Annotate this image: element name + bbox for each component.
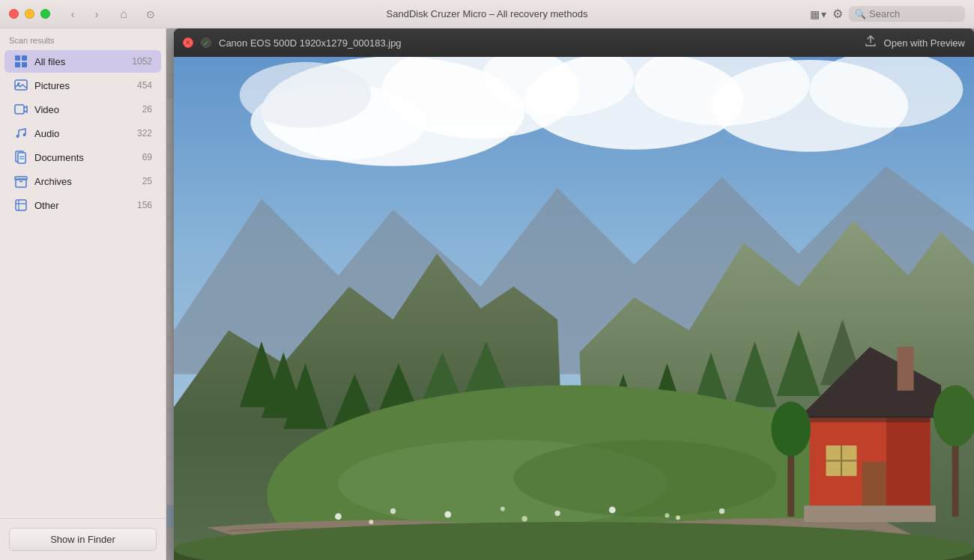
svg-point-95 <box>500 507 505 511</box>
svg-point-94 <box>444 511 451 518</box>
svg-rect-6 <box>15 105 24 114</box>
audio-label: Audio <box>34 128 131 139</box>
svg-point-92 <box>335 514 342 520</box>
preview-image-area <box>174 57 974 560</box>
check-icon: ✓ <box>203 39 209 47</box>
svg-rect-3 <box>22 62 27 67</box>
audio-icon <box>13 126 28 141</box>
sidebar-item-video[interactable]: Video 26 <box>4 98 161 121</box>
svg-rect-16 <box>16 200 26 210</box>
video-count: 26 <box>142 104 152 115</box>
svg-rect-105 <box>886 418 931 517</box>
documents-icon <box>13 150 28 165</box>
svg-rect-14 <box>15 177 27 180</box>
search-icon: 🔍 <box>855 9 866 19</box>
svg-point-101 <box>522 516 527 521</box>
forward-button[interactable]: › <box>86 6 107 22</box>
all-files-label: All files <box>34 56 126 67</box>
window-title: SandDisk Cruzer Micro – All recovery met… <box>387 8 588 19</box>
preview-share-button[interactable] <box>865 35 877 50</box>
preview-landscape-image <box>174 57 974 560</box>
sidebar-item-archives[interactable]: Archives 25 <box>4 170 161 192</box>
filter-button[interactable]: ⚙ <box>832 7 843 21</box>
pictures-label: Pictures <box>34 80 131 91</box>
svg-point-97 <box>609 507 616 514</box>
audio-count: 322 <box>137 128 152 139</box>
svg-rect-2 <box>15 62 20 67</box>
sidebar: Scan results All files 1052 Pictures 454… <box>0 28 166 560</box>
scan-button[interactable]: ⊙ <box>140 6 161 22</box>
titlebar: ‹ › ⌂ ⊙ SandDisk Cruzer Micro – All reco… <box>0 0 974 28</box>
preview-filename: Canon EOS 500D 1920x1279_000183.jpg <box>219 37 857 49</box>
svg-rect-107 <box>810 416 931 422</box>
sidebar-item-all-files[interactable]: All files 1052 <box>4 50 161 73</box>
traffic-lights <box>9 9 50 19</box>
svg-rect-0 <box>15 55 20 61</box>
back-button[interactable]: ‹ <box>62 6 83 22</box>
content-area: Deep Scan - EXFAT ▾ 1052 files / 4,68 GB… <box>166 28 974 560</box>
svg-point-98 <box>665 514 669 518</box>
show-in-finder-button[interactable]: Show in Finder <box>9 528 157 551</box>
svg-point-96 <box>554 511 560 516</box>
documents-count: 69 <box>142 152 152 162</box>
preview-window: ✕ ✓ Canon EOS 500D 1920x1279_000183.jpg … <box>174 28 974 560</box>
pictures-count: 454 <box>137 80 152 91</box>
close-icon: ✕ <box>185 39 191 46</box>
view-icon: ▦ <box>810 8 820 20</box>
svg-rect-1 <box>22 55 27 61</box>
sidebar-bottom: Show in Finder <box>0 518 166 560</box>
other-icon <box>13 198 28 213</box>
nav-buttons: ‹ › <box>62 6 107 22</box>
svg-point-70 <box>240 62 372 128</box>
open-with-preview-button[interactable]: Open with Preview <box>884 37 965 49</box>
svg-rect-4 <box>15 80 27 90</box>
svg-point-93 <box>390 508 396 514</box>
other-label: Other <box>34 200 131 211</box>
sidebar-item-other[interactable]: Other 156 <box>4 194 161 216</box>
search-input[interactable] <box>869 8 959 19</box>
archives-count: 25 <box>142 176 152 186</box>
scan-results-label: Scan results <box>0 28 166 49</box>
video-icon <box>13 102 28 117</box>
svg-point-100 <box>369 520 373 524</box>
svg-rect-115 <box>898 347 914 391</box>
svg-point-7 <box>16 135 19 138</box>
preview-titlebar: ✕ ✓ Canon EOS 500D 1920x1279_000183.jpg … <box>174 28 974 57</box>
svg-point-102 <box>676 516 680 520</box>
home-button[interactable]: ⌂ <box>113 6 134 22</box>
search-box[interactable]: 🔍 <box>849 6 965 22</box>
chevron-down-icon: ▾ <box>821 8 826 20</box>
svg-rect-114 <box>804 505 936 522</box>
archives-icon <box>13 174 28 189</box>
sidebar-item-documents[interactable]: Documents 69 <box>4 146 161 168</box>
documents-label: Documents <box>34 152 136 163</box>
video-label: Video <box>34 104 136 115</box>
titlebar-controls: ▦ ▾ ⚙ 🔍 <box>810 6 965 22</box>
pictures-icon <box>13 78 28 93</box>
svg-point-99 <box>719 508 725 514</box>
sidebar-item-audio[interactable]: Audio 322 <box>4 122 161 144</box>
view-toggle-button[interactable]: ▦ ▾ <box>810 8 826 20</box>
minimize-button[interactable] <box>25 9 34 19</box>
svg-rect-10 <box>18 153 25 163</box>
archives-label: Archives <box>34 176 136 187</box>
preview-overlay: ✕ ✓ Canon EOS 500D 1920x1279_000183.jpg … <box>166 28 974 560</box>
svg-point-8 <box>23 133 26 136</box>
main-layout: Scan results All files 1052 Pictures 454… <box>0 28 974 560</box>
preview-verified-badge: ✓ <box>201 37 211 48</box>
svg-point-119 <box>771 401 811 456</box>
all-files-icon <box>13 54 28 69</box>
sidebar-item-pictures[interactable]: Pictures 454 <box>4 74 161 97</box>
svg-point-91 <box>514 440 777 517</box>
all-files-count: 1052 <box>132 56 152 67</box>
close-button[interactable] <box>9 9 19 19</box>
maximize-button[interactable] <box>40 9 50 19</box>
preview-close-button[interactable]: ✕ <box>183 37 193 48</box>
other-count: 156 <box>137 200 152 210</box>
